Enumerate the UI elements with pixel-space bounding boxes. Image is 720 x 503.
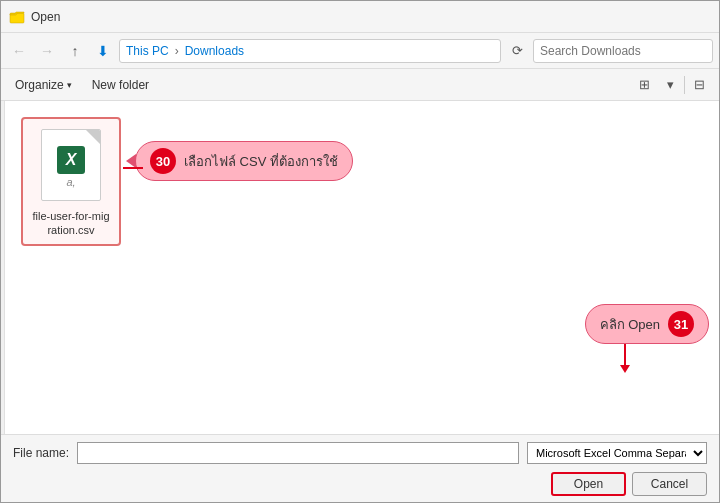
main-content: X a, file-user-for-migration.csv 30 เลือ… — [1, 101, 719, 434]
address-downloads[interactable]: Downloads — [185, 44, 244, 58]
address-bar: This PC › Downloads — [119, 39, 501, 63]
download-button[interactable]: ⬇ — [91, 39, 115, 63]
nav-bar: ← → ↑ ⬇ This PC › Downloads ⟳ — [1, 33, 719, 69]
bottom-bar: File name: Microsoft Excel Comma Separa … — [1, 434, 719, 502]
tooltip-step-31-container: คลิก Open 31 — [585, 304, 709, 344]
file-name-label: file-user-for-migration.csv — [32, 209, 109, 238]
file-item-csv[interactable]: X a, file-user-for-migration.csv — [21, 117, 121, 246]
title-text: Open — [31, 10, 711, 24]
filename-input[interactable] — [77, 442, 519, 464]
filename-row: File name: Microsoft Excel Comma Separa — [13, 442, 707, 464]
open-dialog: Open ← → ↑ ⬇ This PC › Downloads ⟳ Organ… — [0, 0, 720, 503]
action-row: Open Cancel — [13, 472, 707, 496]
filetype-select[interactable]: Microsoft Excel Comma Separa — [527, 442, 707, 464]
step-circle-31: 31 — [668, 311, 694, 337]
cancel-button[interactable]: Cancel — [632, 472, 707, 496]
forward-button[interactable]: → — [35, 39, 59, 63]
excel-badge: X — [57, 146, 85, 174]
filename-label: File name: — [13, 446, 69, 460]
back-button[interactable]: ← — [7, 39, 31, 63]
tooltip-31-text: คลิก Open — [600, 314, 660, 335]
file-icon-container: X a, — [36, 125, 106, 205]
search-input[interactable] — [533, 39, 713, 63]
details-pane-button[interactable]: ⊟ — [687, 73, 711, 97]
file-area: X a, file-user-for-migration.csv 30 เลือ… — [5, 101, 719, 434]
toolbar: Organize ▾ New folder ⊞ ▾ ⊟ — [1, 69, 719, 101]
organize-button[interactable]: Organize ▾ — [9, 75, 78, 95]
connector-line-30 — [123, 167, 143, 169]
tooltip-30-text: เลือกไฟล์ CSV ที่ต้องการใช้ — [184, 151, 338, 172]
tooltip-step-31: คลิก Open 31 — [585, 304, 709, 344]
title-icon — [9, 9, 25, 25]
tooltip-step-30: 30 เลือกไฟล์ CSV ที่ต้องการใช้ — [135, 141, 353, 181]
address-this-pc[interactable]: This PC — [126, 44, 169, 58]
view-buttons: ⊞ ▾ ⊟ — [632, 73, 711, 97]
csv-text-badge: a, — [66, 176, 75, 188]
up-button[interactable]: ↑ — [63, 39, 87, 63]
toolbar-separator — [684, 76, 685, 94]
step-circle-30: 30 — [150, 148, 176, 174]
view-toggle-button[interactable]: ⊞ — [632, 73, 656, 97]
organize-arrow-icon: ▾ — [67, 80, 72, 90]
refresh-button[interactable]: ⟳ — [505, 39, 529, 63]
csv-file-icon: X a, — [41, 129, 101, 201]
view-dropdown-button[interactable]: ▾ — [658, 73, 682, 97]
title-bar: Open — [1, 1, 719, 33]
new-folder-button[interactable]: New folder — [86, 75, 155, 95]
arrow-connector-31 — [624, 344, 626, 366]
open-button[interactable]: Open — [551, 472, 626, 496]
